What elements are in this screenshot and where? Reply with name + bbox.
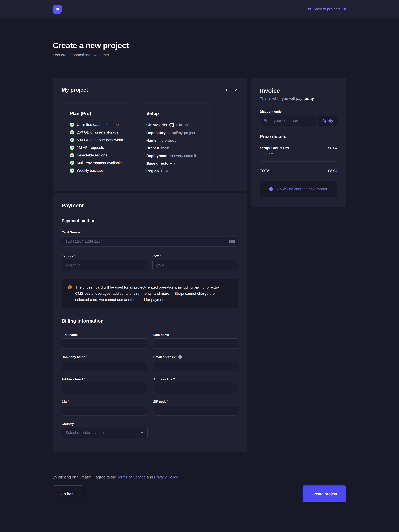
plan-feature-label: Weekly backups bbox=[77, 168, 104, 173]
setup-row-value: main bbox=[161, 146, 169, 150]
back-arrow-icon bbox=[307, 7, 311, 11]
back-to-projects-label: Back to projects list bbox=[313, 7, 346, 11]
setup-row-value: strapi/my-project bbox=[168, 131, 195, 135]
billing-field-label: First name bbox=[62, 333, 147, 337]
price-line-item: Strapi Cloud Pro This month $8.04 bbox=[260, 146, 337, 155]
plan-feature-item: Unlimited database entries bbox=[70, 123, 127, 127]
plan-feature-item: Weekly backups bbox=[70, 168, 127, 173]
required-marker: * bbox=[68, 400, 69, 403]
required-marker: * bbox=[160, 254, 161, 257]
required-marker: * bbox=[167, 400, 168, 403]
country-select-placeholder: Select or enter a value bbox=[65, 431, 104, 435]
billing-field: Address line 2 bbox=[153, 378, 238, 393]
setup-row: Name my-project bbox=[146, 138, 204, 143]
email-address-input[interactable] bbox=[153, 361, 238, 371]
page-footer: By clicking on "Create", I agree to the … bbox=[53, 475, 346, 502]
first-name-input[interactable] bbox=[62, 338, 147, 349]
country-field: Country* Select or enter a value bbox=[62, 422, 148, 438]
page-title: Create a new project bbox=[53, 41, 346, 50]
setup-row-value: USA bbox=[161, 169, 169, 173]
plan-feature-label: Unlimited database entries bbox=[77, 123, 121, 127]
back-to-projects-link[interactable]: Back to projects list bbox=[307, 7, 346, 11]
billing-field-label: Address line 1* bbox=[62, 378, 147, 381]
line-item-name: Strapi Cloud Pro bbox=[260, 146, 289, 150]
privacy-policy-link[interactable]: Privacy Policy bbox=[154, 475, 178, 479]
billing-field-label: ZIP code* bbox=[153, 400, 238, 404]
required-marker: * bbox=[82, 231, 83, 234]
billing-field: Company name* bbox=[62, 355, 147, 371]
billing-field: First name bbox=[62, 333, 147, 349]
check-circle-icon bbox=[70, 123, 74, 127]
create-project-button[interactable]: Create project bbox=[302, 486, 346, 502]
github-icon bbox=[170, 123, 174, 127]
cvc-input[interactable] bbox=[152, 260, 238, 270]
payment-title: Payment bbox=[62, 203, 238, 209]
info-icon bbox=[269, 187, 273, 191]
total-amount: $8.04 bbox=[328, 169, 337, 173]
setup-row-label: Branch bbox=[146, 146, 159, 150]
plan-feature-item: 500 GB of assets bandwidth bbox=[70, 138, 127, 142]
company-name-input[interactable] bbox=[62, 361, 147, 371]
setup-row: Base directory / bbox=[146, 161, 204, 165]
info-icon bbox=[178, 355, 182, 359]
expires-label: Expires* bbox=[62, 254, 147, 258]
setup-row-label: Git provider bbox=[146, 123, 167, 127]
country-select[interactable]: Select or enter a value bbox=[62, 428, 148, 438]
discount-code-input[interactable] bbox=[260, 116, 316, 126]
card-number-input[interactable] bbox=[62, 236, 238, 247]
address-line-1-input[interactable] bbox=[62, 383, 147, 393]
setup-row-label: Base directory bbox=[146, 161, 172, 165]
last-name-input[interactable] bbox=[153, 338, 238, 349]
plan-feature-label: 1M API requests bbox=[77, 146, 104, 150]
card-usage-notice: The chosen card will be used for all pro… bbox=[62, 279, 238, 308]
plan-feature-item: 1M API requests bbox=[70, 146, 127, 150]
required-marker: * bbox=[74, 254, 75, 257]
edit-label: Edit bbox=[226, 88, 232, 92]
address-line-2-input[interactable] bbox=[153, 383, 238, 393]
total-label: TOTAL bbox=[260, 169, 272, 173]
check-circle-icon bbox=[70, 146, 74, 150]
setup-row-value: my-project bbox=[158, 138, 176, 143]
terms-text: By clicking on "Create", I agree to the … bbox=[53, 475, 346, 479]
required-marker: * bbox=[175, 355, 177, 358]
line-item-period: This month bbox=[260, 152, 289, 155]
credit-card-icon bbox=[229, 240, 235, 243]
required-marker: * bbox=[86, 355, 87, 358]
setup-row: Region USA bbox=[146, 169, 204, 173]
billing-field: ZIP code* bbox=[153, 400, 238, 416]
plan-feature-label: 500 GB of assets bandwidth bbox=[77, 138, 123, 142]
check-circle-icon bbox=[70, 130, 74, 134]
my-project-card: My project Edit Plan (Pro) bbox=[53, 78, 247, 191]
payment-card: Payment Payment method Card Number* bbox=[53, 193, 247, 452]
go-back-button[interactable]: Go back bbox=[53, 486, 83, 502]
plan-title: Plan (Pro) bbox=[70, 111, 127, 116]
next-month-note-text: $75 will be charged next month. bbox=[276, 187, 328, 191]
invoice-subtitle: This is what you will pay today bbox=[260, 96, 337, 101]
required-marker: * bbox=[74, 422, 75, 425]
pencil-icon bbox=[234, 88, 238, 92]
expires-input[interactable] bbox=[62, 260, 147, 270]
plan-feature-item: 250 GB of assets storage bbox=[70, 130, 127, 134]
setup-row-value: / bbox=[174, 161, 175, 165]
zip-code-input[interactable] bbox=[153, 405, 238, 416]
city-input[interactable] bbox=[62, 405, 147, 416]
setup-row-label: Deployment bbox=[146, 154, 167, 158]
terms-of-service-link[interactable]: Terms of Service bbox=[117, 475, 146, 479]
card-number-label: Card Number* bbox=[62, 231, 238, 234]
check-circle-icon bbox=[70, 138, 74, 142]
billing-field: Last name bbox=[153, 333, 238, 349]
invoice-card: Invoice This is what you will pay today … bbox=[251, 78, 346, 207]
setup-row-list: Git provider GitHub bbox=[146, 123, 204, 173]
edit-project-button[interactable]: Edit bbox=[226, 88, 238, 92]
setup-row: Repository strapi/my-project bbox=[146, 131, 204, 135]
discount-code-label: Discount code bbox=[260, 110, 337, 114]
invoice-title: Invoice bbox=[260, 87, 337, 94]
strapi-logo bbox=[53, 5, 62, 14]
setup-row: Deployment At every commit bbox=[146, 154, 204, 158]
apply-discount-button[interactable]: Apply bbox=[318, 116, 337, 126]
billing-field: Email address* bbox=[153, 355, 238, 371]
card-usage-notice-text: The chosen card will be used for all pro… bbox=[75, 284, 228, 303]
my-project-title: My project bbox=[62, 87, 88, 93]
chevron-down-icon bbox=[141, 432, 144, 434]
required-marker: * bbox=[84, 378, 85, 380]
